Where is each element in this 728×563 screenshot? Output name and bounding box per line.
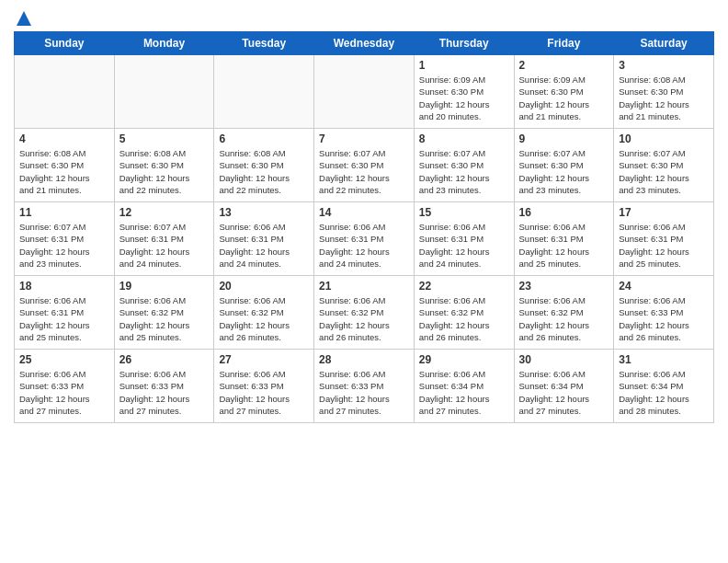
day-number: 18 [19,280,109,293]
day-info: Sunrise: 6:06 AM Sunset: 6:32 PM Dayligh… [219,294,309,343]
col-header-sunday: Sunday [15,32,115,55]
day-number: 10 [619,132,709,145]
calendar-cell: 29Sunrise: 6:06 AM Sunset: 6:34 PM Dayli… [414,350,514,423]
svg-marker-0 [17,11,31,26]
calendar-cell: 18Sunrise: 6:06 AM Sunset: 6:31 PM Dayli… [15,276,115,350]
calendar-cell: 19Sunrise: 6:06 AM Sunset: 6:32 PM Dayli… [114,276,214,350]
day-info: Sunrise: 6:06 AM Sunset: 6:33 PM Dayligh… [319,368,409,417]
day-number: 31 [619,353,709,366]
day-number: 17 [619,206,709,219]
col-header-saturday: Saturday [614,32,714,55]
calendar-cell: 6Sunrise: 6:08 AM Sunset: 6:30 PM Daylig… [214,129,314,202]
day-number: 16 [519,206,609,219]
day-number: 20 [219,280,309,293]
day-info: Sunrise: 6:07 AM Sunset: 6:30 PM Dayligh… [519,147,609,196]
calendar-cell: 13Sunrise: 6:06 AM Sunset: 6:31 PM Dayli… [214,202,314,276]
day-number: 5 [119,132,210,145]
day-info: Sunrise: 6:06 AM Sunset: 6:31 PM Dayligh… [519,221,609,270]
day-number: 14 [319,206,409,219]
day-number: 22 [419,280,509,293]
calendar-cell: 3Sunrise: 6:08 AM Sunset: 6:30 PM Daylig… [614,55,714,129]
day-number: 29 [419,353,509,366]
day-number: 4 [19,132,109,145]
day-info: Sunrise: 6:07 AM Sunset: 6:30 PM Dayligh… [619,147,709,196]
calendar-cell [15,55,115,129]
calendar-cell: 7Sunrise: 6:07 AM Sunset: 6:30 PM Daylig… [314,129,415,202]
calendar-header-row: SundayMondayTuesdayWednesdayThursdayFrid… [15,32,714,55]
week-row-2: 11Sunrise: 6:07 AM Sunset: 6:31 PM Dayli… [15,202,714,276]
day-info: Sunrise: 6:07 AM Sunset: 6:30 PM Dayligh… [319,147,409,196]
day-info: Sunrise: 6:06 AM Sunset: 6:32 PM Dayligh… [319,294,409,343]
day-number: 9 [519,132,609,145]
calendar-cell: 26Sunrise: 6:06 AM Sunset: 6:33 PM Dayli… [114,350,214,423]
day-number: 25 [19,353,109,366]
calendar-cell: 31Sunrise: 6:06 AM Sunset: 6:34 PM Dayli… [614,350,714,423]
day-info: Sunrise: 6:09 AM Sunset: 6:30 PM Dayligh… [419,74,509,122]
day-info: Sunrise: 6:07 AM Sunset: 6:30 PM Dayligh… [419,147,509,196]
calendar-cell: 17Sunrise: 6:06 AM Sunset: 6:31 PM Dayli… [614,202,714,276]
calendar-table: SundayMondayTuesdayWednesdayThursdayFrid… [14,31,714,423]
day-info: Sunrise: 6:06 AM Sunset: 6:32 PM Dayligh… [419,294,509,343]
calendar-cell: 23Sunrise: 6:06 AM Sunset: 6:32 PM Dayli… [514,276,614,350]
day-info: Sunrise: 6:06 AM Sunset: 6:34 PM Dayligh… [419,368,509,417]
col-header-friday: Friday [514,32,614,55]
week-row-0: 1Sunrise: 6:09 AM Sunset: 6:30 PM Daylig… [15,55,714,129]
day-number: 12 [119,206,210,219]
day-info: Sunrise: 6:08 AM Sunset: 6:30 PM Dayligh… [19,147,109,196]
calendar-cell: 20Sunrise: 6:06 AM Sunset: 6:32 PM Dayli… [214,276,314,350]
calendar-cell: 28Sunrise: 6:06 AM Sunset: 6:33 PM Dayli… [314,350,415,423]
col-header-monday: Monday [114,32,214,55]
day-number: 6 [219,132,309,145]
calendar-cell: 25Sunrise: 6:06 AM Sunset: 6:33 PM Dayli… [15,350,115,423]
col-header-wednesday: Wednesday [314,32,415,55]
calendar-cell: 10Sunrise: 6:07 AM Sunset: 6:30 PM Dayli… [614,129,714,202]
calendar-cell: 1Sunrise: 6:09 AM Sunset: 6:30 PM Daylig… [414,55,514,129]
calendar-cell: 16Sunrise: 6:06 AM Sunset: 6:31 PM Dayli… [514,202,614,276]
page: SundayMondayTuesdayWednesdayThursdayFrid… [0,0,728,563]
calendar-cell: 12Sunrise: 6:07 AM Sunset: 6:31 PM Dayli… [114,202,214,276]
day-info: Sunrise: 6:08 AM Sunset: 6:30 PM Dayligh… [119,147,210,196]
calendar-cell [314,55,415,129]
day-number: 26 [119,353,210,366]
logo [14,9,34,24]
week-row-3: 18Sunrise: 6:06 AM Sunset: 6:31 PM Dayli… [15,276,714,350]
day-number: 27 [219,353,309,366]
day-info: Sunrise: 6:06 AM Sunset: 6:33 PM Dayligh… [619,294,709,343]
day-info: Sunrise: 6:06 AM Sunset: 6:32 PM Dayligh… [519,294,609,343]
day-number: 21 [319,280,409,293]
calendar-cell: 15Sunrise: 6:06 AM Sunset: 6:31 PM Dayli… [414,202,514,276]
calendar-cell [214,55,314,129]
logo-icon [15,9,33,28]
day-info: Sunrise: 6:07 AM Sunset: 6:31 PM Dayligh… [119,221,210,270]
calendar-cell: 27Sunrise: 6:06 AM Sunset: 6:33 PM Dayli… [214,350,314,423]
day-number: 19 [119,280,210,293]
day-info: Sunrise: 6:06 AM Sunset: 6:31 PM Dayligh… [219,221,309,270]
calendar-cell: 11Sunrise: 6:07 AM Sunset: 6:31 PM Dayli… [15,202,115,276]
calendar-cell: 8Sunrise: 6:07 AM Sunset: 6:30 PM Daylig… [414,129,514,202]
day-info: Sunrise: 6:06 AM Sunset: 6:31 PM Dayligh… [419,221,509,270]
calendar-cell: 22Sunrise: 6:06 AM Sunset: 6:32 PM Dayli… [414,276,514,350]
calendar-cell: 30Sunrise: 6:06 AM Sunset: 6:34 PM Dayli… [514,350,614,423]
day-number: 30 [519,353,609,366]
day-number: 15 [419,206,509,219]
day-info: Sunrise: 6:08 AM Sunset: 6:30 PM Dayligh… [619,74,709,122]
day-number: 23 [519,280,609,293]
day-number: 11 [19,206,109,219]
day-info: Sunrise: 6:08 AM Sunset: 6:30 PM Dayligh… [219,147,309,196]
header [14,9,714,24]
day-info: Sunrise: 6:06 AM Sunset: 6:33 PM Dayligh… [19,368,109,417]
calendar-cell: 4Sunrise: 6:08 AM Sunset: 6:30 PM Daylig… [15,129,115,202]
week-row-4: 25Sunrise: 6:06 AM Sunset: 6:33 PM Dayli… [15,350,714,423]
day-info: Sunrise: 6:06 AM Sunset: 6:31 PM Dayligh… [19,294,109,343]
day-info: Sunrise: 6:06 AM Sunset: 6:31 PM Dayligh… [319,221,409,270]
day-number: 28 [319,353,409,366]
day-info: Sunrise: 6:06 AM Sunset: 6:32 PM Dayligh… [119,294,210,343]
calendar-cell [114,55,214,129]
day-info: Sunrise: 6:06 AM Sunset: 6:31 PM Dayligh… [619,221,709,270]
col-header-tuesday: Tuesday [214,32,314,55]
calendar-cell: 5Sunrise: 6:08 AM Sunset: 6:30 PM Daylig… [114,129,214,202]
calendar-cell: 24Sunrise: 6:06 AM Sunset: 6:33 PM Dayli… [614,276,714,350]
day-info: Sunrise: 6:06 AM Sunset: 6:33 PM Dayligh… [219,368,309,417]
day-number: 3 [619,59,709,72]
day-info: Sunrise: 6:06 AM Sunset: 6:34 PM Dayligh… [519,368,609,417]
